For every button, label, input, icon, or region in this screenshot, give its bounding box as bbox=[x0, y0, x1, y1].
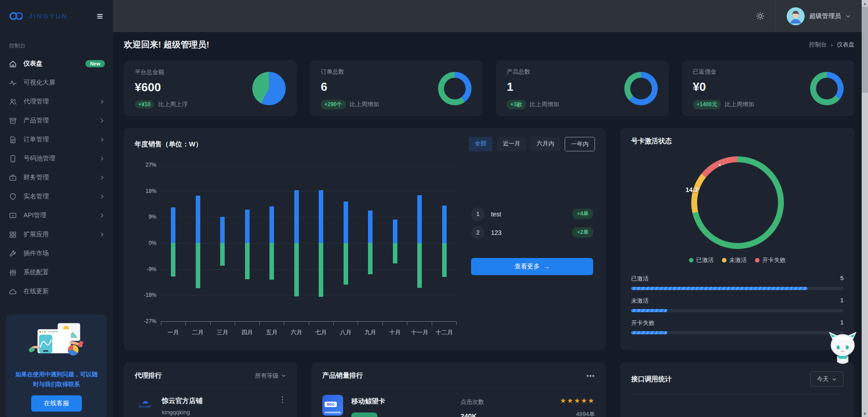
bar-positive bbox=[220, 217, 225, 243]
bar-column bbox=[432, 165, 457, 321]
sidebar-item-box[interactable]: 产品管理 bbox=[0, 111, 113, 130]
breadcrumb-separator: › bbox=[831, 42, 833, 48]
scroll-down-arrow[interactable]: ▼ bbox=[863, 410, 867, 417]
level-filter-dropdown[interactable]: 所有等级 bbox=[255, 372, 286, 380]
sidebar-item-grid[interactable]: 扩展应用 bbox=[0, 225, 113, 244]
stat-note: 比上周增加 bbox=[530, 100, 559, 108]
bar-negative bbox=[220, 243, 225, 266]
legend-dot bbox=[722, 258, 726, 262]
bar-column bbox=[284, 165, 309, 321]
sales-filter-chip[interactable]: 全部 bbox=[469, 137, 492, 151]
bar-positive bbox=[393, 220, 397, 243]
activation-donut-chart: 71.4%14.3%14.3% bbox=[691, 156, 784, 249]
legend-item[interactable]: 开卡失败 bbox=[755, 256, 786, 264]
rank-order-badge: +2单 bbox=[572, 227, 593, 238]
stat-donut-chart bbox=[624, 72, 658, 105]
today-filter-dropdown[interactable]: 今天 bbox=[810, 371, 844, 387]
sidebar-item-document[interactable]: 订单管理 bbox=[0, 130, 113, 149]
sidebar: JINGYUN ≡ 控制台 仪表盘New可视化大屏代理管理产品管理订单管理号码池… bbox=[0, 0, 113, 417]
activation-legend: 已激活未激活开卡失败 bbox=[631, 256, 844, 264]
app-layout: JINGYUN ≡ 控制台 仪表盘New可视化大屏代理管理产品管理订单管理号码池… bbox=[0, 0, 868, 417]
level-filter-label: 所有等级 bbox=[255, 372, 278, 380]
stat-card-info: 订单总数6+290个比上周增加 bbox=[321, 68, 379, 109]
agent-info: 惊云官方店铺 kingqqking bbox=[162, 396, 203, 416]
app-logo[interactable]: JINGYUN bbox=[7, 10, 68, 22]
bar-column bbox=[235, 165, 260, 321]
help-text: 如果在使用中遇到问题，可以随时与我们取得联系 bbox=[13, 370, 100, 389]
legend-item[interactable]: 未激活 bbox=[722, 256, 747, 264]
x-axis-label: 六月 bbox=[284, 328, 309, 337]
y-axis-tick: 18% bbox=[137, 188, 156, 194]
bar-negative bbox=[417, 243, 422, 288]
stat-card-info: 产品总数1+3款比上周增加 bbox=[507, 68, 559, 109]
more-options-icon[interactable]: ••• bbox=[586, 372, 595, 380]
activation-progress-list: 已激活5未激活1开卡失败1 bbox=[631, 268, 844, 334]
theme-toggle-sun-icon[interactable] bbox=[751, 7, 769, 25]
sales-chart: 27%18%9%0%-9%-18%-27% 一月二月三月四月五月六月七月八月九月… bbox=[135, 151, 459, 341]
product-rating: ★★★★★ 4894单 bbox=[560, 395, 595, 417]
product-status-badge bbox=[351, 412, 377, 417]
bar-negative bbox=[245, 243, 250, 279]
ranking-row[interactable]: 1test+4单 bbox=[471, 207, 593, 221]
stat-foot: +1400元比上周增加 bbox=[693, 100, 755, 109]
scrollbar-thumb[interactable] bbox=[862, 7, 868, 93]
sidebar-item-label: 财务管理 bbox=[24, 173, 93, 182]
shield-icon bbox=[8, 192, 17, 201]
stat-card-info: 已返佣金¥0+1400元比上周增加 bbox=[693, 68, 755, 109]
progress-track bbox=[631, 309, 844, 312]
donut-hole bbox=[444, 78, 466, 99]
stat-label: 产品总数 bbox=[507, 68, 559, 76]
sales-filter-chip[interactable]: 一年内 bbox=[565, 137, 595, 151]
user-menu[interactable]: 超级管理员 bbox=[775, 0, 862, 32]
donut-hole bbox=[697, 162, 778, 243]
sales-filter-chip[interactable]: 六月内 bbox=[531, 137, 560, 151]
product-list-item[interactable]: 80G 移动鲸望卡 点击次数 240K ★★★★★ bbox=[322, 388, 595, 417]
sales-filter-chip[interactable]: 近一月 bbox=[497, 137, 526, 151]
sidebar-item-shield[interactable]: 实名管理 bbox=[0, 187, 113, 206]
sidebar-item-monitor[interactable]: API管理 bbox=[0, 206, 113, 225]
sidebar-item-briefcase[interactable]: 财务管理 bbox=[0, 168, 113, 187]
wrench-icon bbox=[8, 249, 17, 258]
bar-negative bbox=[442, 243, 447, 277]
online-support-button[interactable]: 在线客服 bbox=[31, 395, 82, 412]
bar-column bbox=[334, 165, 359, 321]
sidebar-item-activity[interactable]: 可视化大屏 bbox=[0, 73, 113, 92]
scrollbar[interactable]: ▲ ▼ bbox=[862, 0, 868, 417]
kebab-menu-icon[interactable]: ⋮ bbox=[278, 396, 286, 403]
sidebar-item-wrench[interactable]: 插件市场 bbox=[0, 244, 113, 263]
sidebar-item-label: 实名管理 bbox=[24, 192, 93, 201]
today-filter-label: 今天 bbox=[817, 375, 829, 383]
card-agent-ranking: 代理排行 所有等级 ☁ W-CARP 惊云官方店铺 ki bbox=[124, 362, 297, 417]
progress-row: 开卡失败1 bbox=[631, 319, 844, 334]
x-axis-label: 五月 bbox=[259, 328, 284, 337]
sidebar-item-phone[interactable]: 号码池管理 bbox=[0, 149, 113, 168]
sales-ranking: 1test+4单2123+2单 查看更多 → bbox=[459, 151, 595, 341]
page-title: 欢迎回来! 超级管理员! bbox=[124, 39, 209, 51]
stat-value: ¥0 bbox=[693, 80, 755, 94]
stat-note: 比上周增加 bbox=[350, 100, 379, 108]
progress-head: 未激活1 bbox=[631, 297, 844, 305]
bar-positive bbox=[171, 207, 175, 243]
ranking-row[interactable]: 2123+2单 bbox=[471, 226, 593, 239]
sidebar-item-label: 可视化大屏 bbox=[24, 79, 105, 87]
stat-value: 6 bbox=[321, 80, 379, 94]
sidebar-item-label: 产品管理 bbox=[24, 117, 93, 125]
hamburger-menu-icon[interactable]: ≡ bbox=[97, 11, 103, 22]
mascot-widget[interactable] bbox=[825, 330, 861, 370]
progress-fill bbox=[631, 309, 667, 312]
sidebar-item-users[interactable]: 代理管理 bbox=[0, 92, 113, 111]
progress-track bbox=[631, 331, 844, 334]
view-more-button[interactable]: 查看更多 → bbox=[471, 258, 593, 275]
stat-change-badge: +290个 bbox=[321, 100, 346, 109]
scroll-up-arrow[interactable]: ▲ bbox=[863, 0, 867, 7]
box-icon bbox=[8, 116, 17, 125]
agent-list-item[interactable]: ☁ W-CARP 惊云官方店铺 kingqqking ⋮ bbox=[135, 388, 286, 416]
sidebar-item-home[interactable]: 仪表盘New bbox=[0, 54, 113, 73]
bottom-row: 代理排行 所有等级 ☁ W-CARP 惊云官方店铺 ki bbox=[124, 362, 854, 417]
stat-value: 1 bbox=[507, 80, 559, 94]
sidebar-item-cloud[interactable]: 在线更新 bbox=[0, 282, 113, 301]
breadcrumb-item[interactable]: 控制台 bbox=[809, 41, 827, 49]
topbar: 超级管理员 bbox=[113, 0, 862, 32]
legend-item[interactable]: 已激活 bbox=[689, 256, 714, 264]
sidebar-item-sliders[interactable]: 系统配置 bbox=[0, 263, 113, 282]
